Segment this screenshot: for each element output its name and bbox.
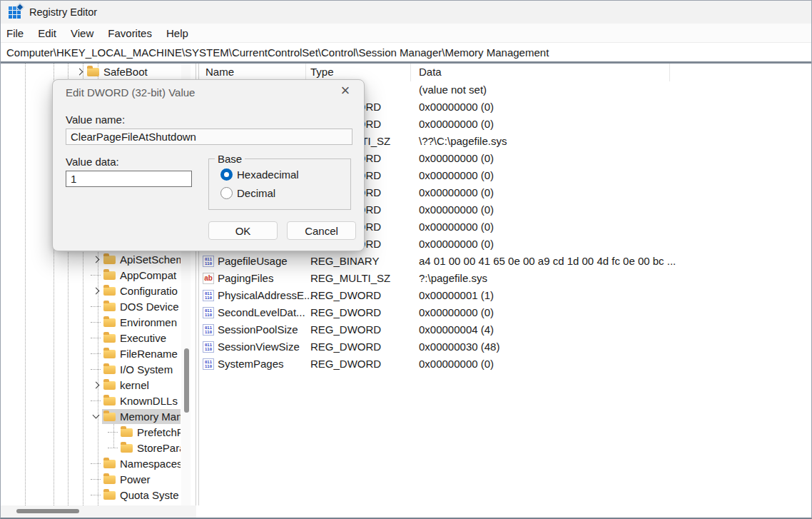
folder-icon <box>103 334 116 343</box>
chevron-box[interactable] <box>89 383 102 388</box>
folder-icon <box>103 413 116 421</box>
tree-item[interactable]: kernel <box>1 377 181 393</box>
value-row[interactable]: SecondLevelDat... REG_DWORD 0x00000000 (… <box>199 304 811 321</box>
value-name-cell: PagingFiles <box>218 272 273 284</box>
tree-item-label: Quota Syste <box>120 489 179 501</box>
title-bar: Registry Editor <box>1 1 811 24</box>
tree-vertical-scrollbar-thumb[interactable] <box>184 348 189 413</box>
tree-item[interactable]: PrefetchPa <box>1 424 181 440</box>
value-type-icon <box>203 273 214 284</box>
folder-icon <box>103 381 116 390</box>
tree-item[interactable]: DOS Device <box>1 298 181 314</box>
folder-icon <box>121 444 133 453</box>
menu-help[interactable]: Help <box>166 27 188 39</box>
value-type-icon <box>203 358 214 370</box>
edit-dword-dialog: Edit DWORD (32-bit) Value × Value name: … <box>52 79 365 251</box>
tree-item[interactable]: Quota Syste <box>1 487 181 503</box>
tree-item[interactable]: ApiSetSchem <box>1 251 181 267</box>
value-row[interactable]: SessionPoolSize REG_DWORD 0x00000004 (4) <box>199 321 811 338</box>
chevron-box[interactable] <box>89 275 102 276</box>
tree-item[interactable]: Executive <box>1 330 181 346</box>
folder-icon <box>103 460 116 468</box>
window-title: Registry Editor <box>29 6 97 18</box>
tree-item[interactable]: AppCompat <box>1 267 181 283</box>
tree-item[interactable]: KnownDLLs <box>1 393 181 408</box>
tree-item[interactable]: SafeBoot <box>1 64 181 79</box>
folder-icon <box>103 475 116 484</box>
cancel-button[interactable]: Cancel <box>287 221 356 240</box>
tree-item-label: Memory Man <box>120 410 181 423</box>
value-data-label: Value data: <box>66 156 119 168</box>
value-type-icon <box>203 341 214 353</box>
tree-item-label: ApiSetSchem <box>120 253 181 266</box>
chevron-box[interactable] <box>89 495 102 495</box>
tree-item-label: StorePara <box>137 442 181 454</box>
chevron-box[interactable] <box>89 322 102 323</box>
menu-view[interactable]: View <box>71 27 93 39</box>
value-name-cell: SessionViewSize <box>218 341 300 353</box>
column-header-data[interactable]: Data <box>419 66 442 78</box>
value-name-input[interactable]: ClearPageFileAtShutdown <box>66 129 352 145</box>
tree-item[interactable]: Namespaces <box>1 455 181 471</box>
address-bar[interactable]: Computer\HKEY_LOCAL_MACHINE\SYSTEM\Curre… <box>1 44 811 61</box>
value-row[interactable]: SessionViewSize REG_DWORD 0x00000030 (48… <box>199 338 811 356</box>
folder-icon <box>103 256 116 264</box>
registry-editor-window: Registry Editor File Edit View Favorites… <box>0 0 812 519</box>
column-divider[interactable] <box>410 64 411 81</box>
ok-button[interactable]: OK <box>208 221 278 240</box>
tree-item[interactable]: Configuratio <box>1 283 181 298</box>
chevron-box[interactable] <box>89 353 102 354</box>
chevron-box[interactable] <box>89 479 102 480</box>
column-header-name[interactable]: Name <box>205 66 234 78</box>
tree-item-label: FileRename <box>120 348 178 360</box>
chevron-box[interactable] <box>89 338 102 338</box>
value-row[interactable]: SystemPages REG_DWORD 0x00000000 (0) <box>199 356 811 373</box>
close-icon[interactable]: × <box>337 83 354 99</box>
folder-icon <box>103 303 116 311</box>
chevron-box[interactable] <box>89 415 102 418</box>
chevron-box[interactable] <box>106 448 119 448</box>
tree-horizontal-scrollbar-thumb[interactable] <box>16 509 79 513</box>
chevron-icon <box>92 256 99 263</box>
chevron-box[interactable] <box>106 432 119 433</box>
tree-item[interactable]: Power <box>1 471 181 487</box>
value-type-cell: REG_DWORD <box>310 341 381 353</box>
radio-decimal[interactable]: Decimal <box>220 187 299 199</box>
radio-unselected-icon <box>220 187 233 199</box>
chevron-box[interactable] <box>89 288 102 293</box>
value-name-label: Value name: <box>66 114 125 126</box>
menu-file[interactable]: File <box>6 27 24 39</box>
chevron-box[interactable] <box>89 306 102 307</box>
chevron-box[interactable] <box>89 463 102 464</box>
chevron-box[interactable] <box>89 257 102 262</box>
tree-horizontal-scrollbar[interactable] <box>1 505 196 518</box>
value-data-cell: 0x00000000 (0) <box>419 203 494 216</box>
value-data-cell: 0x00000004 (4) <box>419 323 494 336</box>
value-row[interactable]: PagefileUsage REG_BINARY a4 01 00 00 41 … <box>199 253 811 270</box>
tree-item[interactable]: Environmen <box>1 314 181 330</box>
value-data-cell: 0x00000000 (0) <box>419 238 494 250</box>
menu-favorites[interactable]: Favorites <box>108 27 152 39</box>
value-data-input[interactable]: 1 <box>66 171 192 187</box>
chevron-box[interactable] <box>89 369 102 370</box>
registry-editor-app-icon <box>9 6 21 19</box>
value-data-cell: 0x00000000 (0) <box>419 358 494 370</box>
menu-edit[interactable]: Edit <box>38 27 56 39</box>
value-type-icon <box>203 256 214 267</box>
column-divider[interactable] <box>669 64 670 81</box>
tree-item[interactable]: FileRename <box>1 346 181 361</box>
tree-item-label: PrefetchPa <box>137 426 181 438</box>
value-row[interactable]: PhysicalAddressE... REG_DWORD 0x00000001… <box>199 287 811 304</box>
tree-item[interactable]: Memory Man <box>1 408 181 424</box>
registry-path: Computer\HKEY_LOCAL_MACHINE\SYSTEM\Curre… <box>6 46 549 59</box>
tree-item[interactable]: StorePara <box>1 440 181 455</box>
tree-item[interactable]: I/O System <box>1 361 181 377</box>
radio-hexadecimal[interactable]: Hexadecimal <box>220 168 299 181</box>
chevron-box[interactable] <box>73 69 86 74</box>
value-data-cell: 0x00000001 (1) <box>419 289 494 301</box>
value-row[interactable]: PagingFiles REG_MULTI_SZ ?:\pagefile.sys <box>199 270 811 287</box>
value-name-cell: SystemPages <box>218 358 284 370</box>
value-type-cell: REG_DWORD <box>310 323 381 336</box>
column-header-type[interactable]: Type <box>310 66 334 78</box>
chevron-box[interactable] <box>89 400 102 401</box>
